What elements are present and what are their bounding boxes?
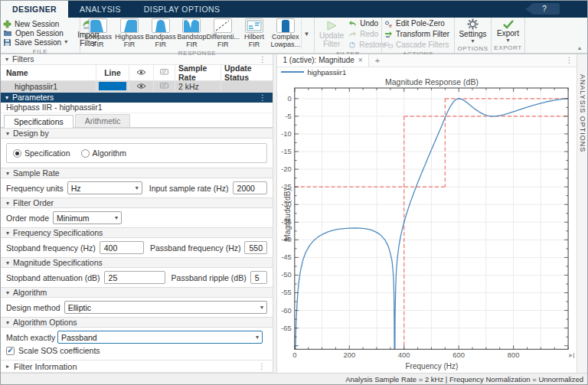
magnitude-specs-section-header[interactable]: ▾Magnitude Specifications (1, 257, 273, 268)
passband-frequency-field[interactable]: 550 (244, 241, 267, 254)
settings-button[interactable]: Settings ▾ (456, 18, 488, 44)
update-status-cell (221, 81, 273, 92)
bandpass-fir-button[interactable]: BandpassFIR (145, 18, 176, 49)
passband-ripple-label: Passband ripple (dB) (172, 273, 247, 282)
sample-rate-section-header[interactable]: ▾Sample Rate (1, 168, 273, 178)
match-exactly-label: Match exactly (6, 333, 54, 342)
tab-designer[interactable]: DESIGNER (1, 1, 68, 18)
collapse-right-icon[interactable] (568, 352, 575, 359)
ribbon-section-options: Settings ▾ OPTIONS (455, 18, 492, 53)
check-icon: ✓ (7, 347, 13, 354)
svg-text:0: 0 (288, 94, 292, 103)
toolstrip-tabbar: DESIGNER ANALYSIS DISPLAY OPTIONS ? (1, 1, 587, 18)
order-mode-select[interactable]: Minimum▾ (53, 211, 122, 224)
status-bar: Analysis Sample Rate = 2 kHz | Frequency… (1, 373, 587, 384)
svg-text:-60: -60 (282, 305, 292, 314)
figure-panel: 1 (active): Magnitude × + ⋮ highpassiir1… (277, 54, 577, 373)
restore-button[interactable]: Restore (348, 40, 386, 50)
restore-icon (348, 41, 356, 49)
parameters-menu-icon[interactable]: ⋮ (257, 93, 268, 102)
figure-tab-magnitude[interactable]: 1 (active): Magnitude × (277, 54, 368, 67)
close-tab-icon[interactable]: × (358, 56, 363, 64)
filter-name-cell: highpassiir1 (1, 81, 96, 92)
redo-icon (348, 31, 357, 38)
open-folder-icon (3, 29, 12, 37)
cascade-filters-button[interactable]: Cascade Filters (384, 40, 449, 50)
parameters-panel-header[interactable]: ▾ Parameters ⋮ (1, 93, 273, 103)
ribbon-section-export: Export ▾ EXPORT (492, 18, 525, 53)
frequency-specs-section-header[interactable]: ▾Frequency Specifications (1, 227, 273, 238)
input-sample-rate-field[interactable]: 2000 (233, 181, 267, 194)
design-by-group: Specification Algorithm (6, 143, 267, 163)
complex-lowpass-button[interactable]: ComplexLowpas... (270, 18, 301, 49)
ribbon-section-filter: Update Filter Undo Redo Restore (315, 18, 382, 53)
line-swatch[interactable] (99, 82, 126, 90)
help-button[interactable]: ? (529, 3, 560, 15)
collapse-triangle-icon: ▾ (5, 56, 8, 63)
design-method-select[interactable]: Elliptic▾ (64, 301, 267, 314)
svg-text:800: 800 (508, 351, 520, 359)
collapse-triangle-icon: ▾ (5, 94, 8, 101)
open-session-button[interactable]: Open Session (3, 28, 67, 38)
design-by-section-header[interactable]: ▾Design by (1, 128, 273, 139)
export-caret-icon: ▾ (506, 38, 509, 44)
analysis-options-strip[interactable]: ANALYSIS OPTIONS (577, 54, 587, 373)
annotation-icon (160, 69, 168, 76)
ribbon: New Session Open Session Save Session ▾ (1, 18, 587, 54)
complex-lowpass-response-icon (276, 18, 295, 33)
tab-display-options[interactable]: DISPLAY OPTIONS (132, 1, 232, 18)
left-panel: ▾ Filters ⋮ Name Line Sample Rate Update… (1, 54, 273, 373)
highpass-response-icon (120, 18, 139, 33)
frequency-units-select[interactable]: Hz▾ (67, 181, 142, 194)
filter-table-row[interactable]: highpassiir1 2 kHz (1, 81, 273, 93)
filter-information-header[interactable]: ▸ Filter Information ⋮ (1, 360, 273, 373)
main-area: ▾ Filters ⋮ Name Line Sample Rate Update… (1, 54, 587, 373)
save-icon (3, 38, 11, 47)
transform-filter-button[interactable]: Transform Filter (384, 29, 449, 39)
annotation-icon[interactable] (160, 83, 168, 90)
tab-analysis[interactable]: ANALYSIS (68, 1, 132, 18)
passband-ripple-field[interactable]: 5 (250, 271, 267, 284)
figure-menu-icon[interactable]: ⋮ (564, 56, 577, 64)
hilbert-fir-button[interactable]: Hilbert FIR (239, 18, 270, 49)
update-filter-button[interactable]: Update Filter (317, 20, 346, 48)
filter-information-menu-icon[interactable]: ⋮ (256, 362, 267, 370)
scale-sos-label: Scale SOS coefficients (18, 346, 100, 355)
stopband-frequency-field[interactable]: 400 (100, 241, 144, 254)
radio-algorithm[interactable]: Algorithm (81, 148, 126, 158)
tab-specifications[interactable]: Specifications (4, 115, 74, 128)
scale-sos-checkbox[interactable]: ✓ (6, 347, 15, 355)
differentiator-fir-button[interactable]: Differenti...FIR (207, 18, 239, 49)
gear-icon (467, 18, 479, 30)
match-exactly-select[interactable]: Passband▾ (57, 331, 263, 344)
caret-down-icon: ▾ (260, 305, 263, 311)
visibility-eye-icon[interactable] (136, 83, 146, 90)
export-button[interactable]: Export ▾ (495, 19, 521, 44)
algorithm-section-header[interactable]: ▾Algorithm (1, 287, 273, 298)
new-session-button[interactable]: New Session (3, 19, 67, 28)
section-label-options: OPTIONS (455, 45, 491, 53)
save-session-caret-icon[interactable]: ▾ (64, 39, 67, 45)
algorithm-options-section-header[interactable]: ▾Algorithm Options (1, 317, 273, 328)
save-session-button[interactable]: Save Session ▾ (3, 38, 67, 47)
ribbon-section-response: LowpassFIR HighpassFIR BandpassFIR Bands… (80, 18, 315, 53)
collapse-ribbon-button[interactable]: ▴ (575, 44, 584, 51)
filter-designer-window: DESIGNER ANALYSIS DISPLAY OPTIONS ? New … (0, 0, 588, 385)
lowpass-fir-button[interactable]: LowpassFIR (83, 18, 114, 49)
bandstop-fir-button[interactable]: BandstopFIR (176, 18, 207, 49)
new-session-icon (3, 20, 11, 28)
svg-text:-45: -45 (282, 253, 292, 261)
stopband-attenuation-field[interactable]: 25 (104, 271, 165, 284)
tab-arithmetic[interactable]: Arithmetic (75, 114, 131, 127)
svg-text:600: 600 (453, 351, 466, 359)
settings-caret-icon: ▾ (472, 38, 475, 44)
edit-pole-zero-button[interactable]: Edit Pole-Zero (384, 18, 449, 28)
new-figure-tab-button[interactable]: + (369, 56, 386, 65)
highpass-fir-button[interactable]: HighpassFIR (114, 18, 145, 49)
redo-button[interactable]: Redo (348, 29, 386, 39)
undo-button[interactable]: Undo (348, 18, 386, 28)
response-gallery-expand-button[interactable]: ▾ (301, 18, 312, 49)
help-icon: ? (542, 5, 547, 13)
radio-specification[interactable]: Specification (13, 148, 70, 158)
filter-order-section-header[interactable]: ▾Filter Order (1, 197, 273, 208)
